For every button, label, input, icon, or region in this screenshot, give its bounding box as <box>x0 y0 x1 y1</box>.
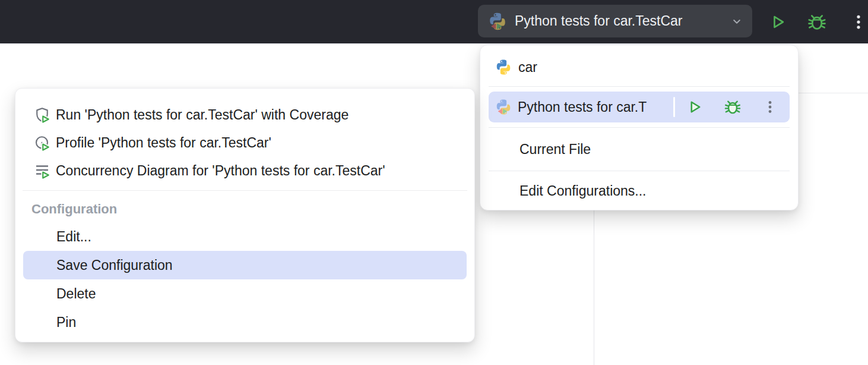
menu-item-pin[interactable]: Pin <box>15 308 474 336</box>
item-more-button[interactable] <box>762 99 778 115</box>
menu-item-profile[interactable]: Profile 'Python tests for car.TestCar' <box>15 129 474 157</box>
python-tests-icon <box>495 98 512 116</box>
more-vertical-icon <box>762 99 778 115</box>
run-config-item-current-file[interactable]: Current File <box>480 133 798 166</box>
menu-item-label: Run 'Python tests for car.TestCar' with … <box>56 107 349 123</box>
menu-item-delete[interactable]: Delete <box>15 279 474 308</box>
run-config-label: Python tests for car.TestCar <box>515 13 730 29</box>
run-play-icon <box>685 98 703 116</box>
menu-item-save-configuration[interactable]: Save Configuration <box>23 251 467 279</box>
menu-item-label: Delete <box>56 286 96 302</box>
run-config-item-python-tests[interactable]: Python tests for car.T <box>489 92 790 122</box>
coverage-run-icon <box>33 106 51 124</box>
section-title-configuration: Configuration <box>15 196 474 222</box>
chevron-down-icon <box>730 14 744 29</box>
separator <box>23 190 467 191</box>
debug-bug-icon <box>723 97 742 117</box>
debug-button[interactable] <box>806 11 828 33</box>
run-config-item-label: car <box>518 59 537 75</box>
row-actions <box>685 97 778 117</box>
profiler-run-icon <box>33 134 51 152</box>
separator <box>489 127 790 128</box>
run-play-icon <box>768 12 787 32</box>
run-config-item-label: Current File <box>519 141 591 158</box>
menu-item-label: Profile 'Python tests for car.TestCar' <box>56 135 271 151</box>
menu-item-run-with-coverage[interactable]: Run 'Python tests for car.TestCar' with … <box>15 101 474 129</box>
python-tests-icon <box>487 11 508 32</box>
run-context-menu: Run 'Python tests for car.TestCar' with … <box>15 88 475 342</box>
debug-action-button[interactable] <box>723 97 742 117</box>
run-config-popup: car Python tests for car.T <box>480 45 799 210</box>
more-vertical-icon <box>850 13 867 31</box>
concurrency-run-icon <box>33 162 51 180</box>
screen: Python tests for car.TestCar <box>0 0 868 365</box>
run-button[interactable] <box>766 11 788 33</box>
run-config-item-label: Edit Configurations... <box>519 183 647 199</box>
menu-item-label: Pin <box>56 314 76 331</box>
separator <box>489 171 790 171</box>
run-config-item-car[interactable]: car <box>480 53 798 81</box>
run-config-selector[interactable]: Python tests for car.TestCar <box>478 5 752 37</box>
debug-bug-icon <box>806 11 828 33</box>
python-icon <box>495 58 512 76</box>
menu-item-concurrency-diagram[interactable]: Concurrency Diagram for 'Python tests fo… <box>15 157 474 185</box>
run-config-item-label: Python tests for car.T <box>518 99 667 115</box>
menu-item-label: Concurrency Diagram for 'Python tests fo… <box>56 163 385 179</box>
text-cursor <box>673 97 675 117</box>
menu-item-label: Edit... <box>56 229 91 245</box>
edit-configurations-item[interactable]: Edit Configurations... <box>480 176 798 206</box>
menu-item-edit[interactable]: Edit... <box>15 222 474 251</box>
separator <box>489 86 790 87</box>
menu-item-label: Save Configuration <box>56 257 173 273</box>
run-action-button[interactable] <box>685 98 703 116</box>
more-options-button[interactable] <box>849 11 868 33</box>
main-toolbar: Python tests for car.TestCar <box>0 0 868 43</box>
